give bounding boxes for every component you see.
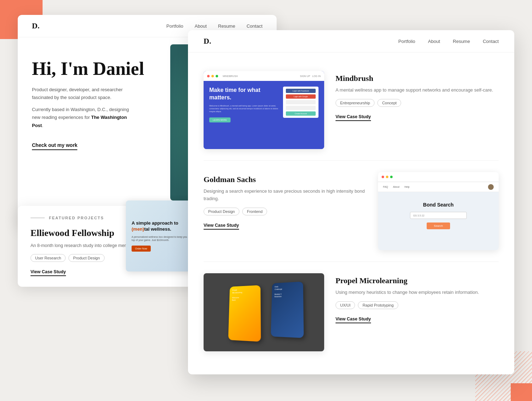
hero-greeting: Hi, I'm Daniel	[32, 59, 145, 79]
check-out-work-link[interactable]: Check out my work	[32, 142, 77, 150]
mindbrush-tags: Entrepreneurship Concept	[336, 99, 499, 107]
dot-red	[207, 75, 210, 77]
login-input-row	[286, 100, 316, 104]
login-input-row-2	[286, 106, 316, 110]
goldman-tags: Product Design Frontend	[204, 208, 367, 215]
phone-screen-1: PropelMicrolearningWelcomeBack	[228, 285, 261, 342]
goldman-nav-about[interactable]: About	[393, 186, 399, 188]
goldman-tag-0: Product Design	[204, 208, 239, 215]
mindbrush-tag-1: Concept	[377, 99, 401, 107]
propel-tag-0: UX/UI	[336, 301, 355, 309]
featured-line-decoration	[31, 218, 45, 218]
create-account-btn[interactable]: Create Account	[286, 111, 316, 116]
goldman-body: Bond Search GS 3.5 22 Search	[378, 192, 499, 239]
mindbrush-info: Mindbrush A mental wellness app to manag…	[336, 71, 499, 121]
dot-green	[216, 75, 218, 77]
front-nav-about[interactable]: About	[428, 39, 440, 44]
goldman-page-title: Bond Search	[423, 202, 454, 208]
portfolio-projects-list: MINDBRUSH SIGN UP LOG IN Make time for w…	[188, 53, 514, 374]
goldman-search-btn[interactable]: Search	[427, 223, 450, 229]
mindbrush-tag-0: Entrepreneurship	[336, 99, 375, 107]
mindbrush-topbar-text: MINDBRUSH	[223, 75, 238, 77]
back-card-logo: D.	[32, 21, 166, 31]
mindbrush-case-study-link[interactable]: View Case Study	[336, 114, 371, 121]
hero-bio-2: Currently based in Washington, D.C., des…	[32, 106, 131, 129]
featured-label: FEATURED PROJECTS	[49, 216, 104, 220]
mindbrush-screen: MINDBRUSH SIGN UP LOG IN Make time for w…	[204, 71, 324, 149]
goldman-nav-help[interactable]: Help	[404, 186, 409, 188]
front-logo: D.	[204, 37, 398, 46]
front-nav-portfolio[interactable]: Portfolio	[398, 39, 415, 44]
goldman-screenshot: FAQ About Help Bond Search GS 3.5 22 Sea…	[378, 172, 499, 250]
elliewood-headline: A simple approach to(men)tal wellness.	[132, 220, 195, 232]
elliewood-subtext: A personalized wellness box designed to …	[132, 235, 195, 242]
mindbrush-body: Welcome to Mindbrush, a mental well-bein…	[209, 104, 279, 113]
goldman-input-value: GS 3.5 22	[413, 214, 425, 217]
phone-screen-2: DailyChallengeModule 3Retention	[271, 281, 304, 338]
goldman-profile-avatar[interactable]	[488, 184, 494, 190]
propel-tags: UX/UI Rapid Prototyping	[336, 301, 499, 309]
back-nav-portfolio[interactable]: Portfolio	[166, 23, 183, 29]
login-google-btn[interactable]: Login with Google	[286, 94, 316, 99]
dot-yellow	[211, 75, 214, 77]
goldman-dot-red	[382, 176, 384, 178]
phone-mock-1: PropelMicrolearningWelcomeBack	[228, 285, 261, 342]
coral-solid-block	[511, 383, 532, 401]
front-portfolio-card: D. Portfolio About Resume Contact MINDBR…	[188, 30, 514, 374]
mindbrush-right: Login with Facebook Login with Google Cr…	[283, 87, 318, 143]
back-nav-resume[interactable]: Resume	[218, 23, 235, 29]
back-nav-contact[interactable]: Contact	[246, 23, 262, 29]
back-card-nav-links: Portfolio About Resume Contact	[166, 23, 262, 29]
propel-title: Propel Microlearning	[336, 276, 499, 285]
mindbrush-cta-btn[interactable]: LEARN MORE	[209, 117, 231, 122]
goldman-topbar	[378, 172, 499, 182]
goldman-nav: FAQ About Help	[378, 182, 499, 192]
featured-view-case-link[interactable]: View Case Study	[31, 269, 66, 276]
portfolio-item-goldman: Goldman Sachs Designing a search experie…	[204, 161, 499, 262]
back-nav-about[interactable]: About	[195, 23, 207, 29]
goldman-dot-green	[390, 176, 393, 178]
mindbrush-content: Make time for what matters. Welcome to M…	[204, 81, 324, 149]
login-facebook-btn[interactable]: Login with Facebook	[286, 89, 316, 93]
login-box: Login with Facebook Login with Google Cr…	[283, 87, 318, 118]
propel-screen: PropelMicrolearningWelcomeBack DailyChal…	[204, 273, 324, 351]
goldman-info: Goldman Sachs Designing a search experie…	[204, 172, 367, 230]
front-nav: D. Portfolio About Resume Contact	[188, 30, 514, 53]
portfolio-item-propel: PropelMicrolearningWelcomeBack DailyChal…	[204, 262, 499, 363]
mindbrush-headline: Make time for what matters.	[209, 87, 279, 101]
goldman-case-study-link[interactable]: View Case Study	[204, 223, 239, 230]
goldman-desc: Designing a search experience to save pr…	[204, 188, 367, 203]
mindbrush-nav-signup: SIGN UP LOG IN	[300, 75, 321, 77]
goldman-dot-yellow	[386, 176, 388, 178]
front-nav-resume[interactable]: Resume	[453, 39, 470, 44]
phone-mock-2: DailyChallengeModule 3Retention	[271, 281, 304, 338]
phone-text-1: PropelMicrolearningWelcomeBack	[232, 288, 257, 301]
propel-tag-1: Rapid Prototyping	[358, 301, 398, 309]
mindbrush-title: Mindbrush	[336, 74, 499, 83]
propel-desc: Using memory heuristics to change how em…	[336, 289, 499, 296]
mindbrush-left: Make time for what matters. Welcome to M…	[209, 87, 279, 143]
propel-screenshot: PropelMicrolearningWelcomeBack DailyChal…	[204, 273, 324, 351]
propel-case-study-link[interactable]: View Case Study	[336, 317, 371, 323]
front-nav-contact[interactable]: Contact	[483, 39, 499, 44]
goldman-screen: FAQ About Help Bond Search GS 3.5 22 Sea…	[378, 172, 499, 250]
mindbrush-topbar: MINDBRUSH SIGN UP LOG IN	[204, 71, 324, 81]
goldman-search-input[interactable]: GS 3.5 22	[410, 212, 467, 219]
tag-product-design-featured: Product Design	[68, 254, 104, 262]
goldman-nav-faq[interactable]: FAQ	[383, 186, 388, 188]
goldman-title: Goldman Sachs	[204, 175, 367, 184]
hero-bio-1: Product designer, developer, and researc…	[32, 86, 131, 101]
elliewood-order-btn[interactable]: Order Now	[132, 246, 151, 252]
front-nav-links: Portfolio About Resume Contact	[398, 39, 499, 44]
propel-info: Propel Microlearning Using memory heuris…	[336, 273, 499, 323]
phone-text-2: DailyChallengeModule 3Retention	[275, 284, 300, 298]
goldman-tag-1: Frontend	[242, 208, 267, 215]
tag-user-research: User Research	[31, 254, 66, 262]
portfolio-item-mindbrush: MINDBRUSH SIGN UP LOG IN Make time for w…	[204, 60, 499, 161]
mindbrush-desc: A mental wellness app to manage support …	[336, 87, 499, 94]
mindbrush-screenshot: MINDBRUSH SIGN UP LOG IN Make time for w…	[204, 71, 324, 149]
